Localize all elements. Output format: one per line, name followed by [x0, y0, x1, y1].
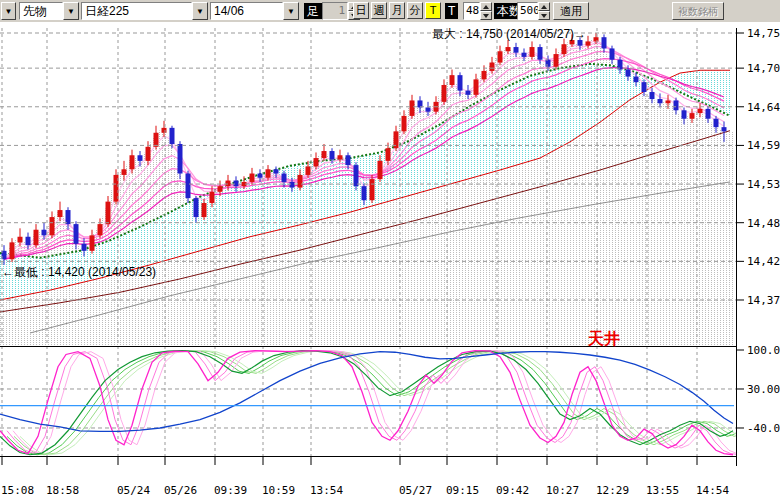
candle-body: [202, 203, 207, 217]
candle-body: [290, 182, 295, 188]
candle-body: [562, 44, 567, 54]
svg-text:18:58: 18:58: [46, 484, 79, 497]
annotation-ceiling: 天井: [587, 330, 620, 347]
svg-text:14,645: 14,645: [747, 101, 780, 114]
candle-body: [594, 37, 599, 41]
svg-text:05/27: 05/27: [399, 484, 432, 497]
contract-dropdown[interactable]: 14/06 ▼: [210, 2, 299, 20]
candle-body: [538, 47, 543, 60]
candle-body: [442, 85, 447, 102]
candle-body: [10, 242, 15, 259]
svg-text:09:15: 09:15: [446, 484, 479, 497]
candle-body: [498, 51, 503, 62]
candle-body: [194, 198, 199, 217]
spin-down-icon[interactable]: [538, 11, 550, 20]
period-day-button[interactable]: 日: [353, 2, 369, 19]
spin-up-icon[interactable]: [480, 2, 492, 11]
candle-body: [282, 174, 287, 182]
candle-body: [602, 37, 607, 48]
svg-text:13:55: 13:55: [646, 484, 679, 497]
candle-body: [362, 186, 367, 200]
period-month-button[interactable]: 月: [389, 2, 405, 19]
svg-text:100.00: 100.00: [747, 344, 780, 357]
candle-body: [706, 109, 711, 119]
mini-dropdown[interactable]: ▼: [1, 2, 18, 20]
tick-minutes-stepper[interactable]: 48: [463, 2, 492, 20]
candle-body: [514, 47, 519, 53]
candle-body: [466, 91, 471, 95]
svg-text:09:42: 09:42: [496, 484, 529, 497]
candle-body: [250, 174, 255, 182]
candle-body: [314, 158, 319, 166]
svg-text:-40.00: -40.00: [747, 422, 780, 435]
candle-body: [50, 217, 55, 235]
candle-body: [586, 41, 591, 45]
candle-body: [74, 224, 79, 244]
period-minute-button[interactable]: 分: [407, 2, 423, 19]
candle-body: [322, 151, 327, 158]
candle-body: [170, 128, 175, 144]
candle-body: [410, 100, 415, 115]
candle-body: [266, 169, 271, 177]
svg-text:05/26: 05/26: [164, 484, 197, 497]
bar-interval-value: 1: [322, 2, 348, 20]
candle-body: [26, 237, 31, 245]
candle-body: [482, 71, 487, 79]
candle-body: [90, 235, 95, 250]
contract-value: 14/06: [210, 2, 283, 20]
candle-body: [450, 75, 455, 85]
candle-body: [218, 186, 223, 192]
market-dropdown[interactable]: 先物 ▼: [19, 2, 79, 20]
candle-body: [306, 166, 311, 174]
rci-mid-green: [0, 351, 733, 455]
candle-body: [154, 133, 159, 147]
candle-body: [458, 75, 463, 90]
candle-body: [178, 144, 183, 174]
svg-text:14,700: 14,700: [747, 62, 780, 75]
svg-text:12:29: 12:29: [596, 484, 629, 497]
svg-text:10:27: 10:27: [546, 484, 579, 497]
multi-symbol-button[interactable]: 複数銘柄: [672, 2, 724, 20]
candle-body: [146, 147, 151, 161]
tick-label: T: [445, 3, 458, 19]
tick-minutes-value: 48: [463, 2, 480, 20]
symbol-dropdown[interactable]: 日経225 ▼: [81, 2, 208, 20]
candle-body: [402, 116, 407, 131]
svg-text:13:54: 13:54: [310, 484, 343, 497]
candle-body: [354, 165, 359, 186]
chart-canvas[interactable]: 14,75014,70014,64514,59014,53514,48014,4…: [0, 22, 780, 500]
candle-body: [42, 230, 47, 236]
candle-body: [682, 110, 687, 118]
svg-text:30.00: 30.00: [747, 383, 780, 396]
spin-down-icon[interactable]: [480, 11, 492, 20]
chevron-down-icon[interactable]: ▼: [283, 2, 299, 20]
chevron-down-icon[interactable]: ▼: [1, 2, 16, 20]
bars-count-stepper[interactable]: 500: [517, 2, 550, 20]
candle-body: [490, 63, 495, 71]
chevron-down-icon[interactable]: ▼: [192, 2, 208, 20]
candle-body: [346, 155, 351, 165]
period-tick-button[interactable]: T: [425, 2, 441, 19]
candle-body: [258, 174, 263, 178]
candle-body: [106, 202, 111, 224]
candle-body: [554, 54, 559, 67]
oscillator-axis-labels: 100.0030.00-40.00: [737, 344, 780, 435]
period-week-button[interactable]: 週: [371, 2, 387, 19]
svg-text:14,750: 14,750: [747, 27, 780, 40]
candle-body: [226, 181, 231, 187]
candle-body: [370, 179, 375, 200]
candle-body: [690, 113, 695, 119]
candle-body: [474, 79, 479, 94]
spin-up-icon[interactable]: [538, 2, 550, 11]
chevron-down-icon[interactable]: ▼: [63, 2, 79, 20]
apply-button[interactable]: 適用: [553, 2, 589, 20]
svg-text:14,590: 14,590: [747, 139, 780, 152]
candle-body: [338, 155, 343, 159]
candle-body: [634, 77, 639, 83]
candle-body: [650, 92, 655, 99]
symbol-value: 日経225: [81, 2, 192, 20]
candle-body: [610, 48, 615, 59]
toolbar: ▼ 先物 ▼ 日経225 ▼ 14/06 ▼ 足 1 日 週 月 分 T T 4…: [0, 0, 780, 22]
svg-text:14,370: 14,370: [747, 294, 780, 307]
candle-body: [714, 119, 719, 127]
